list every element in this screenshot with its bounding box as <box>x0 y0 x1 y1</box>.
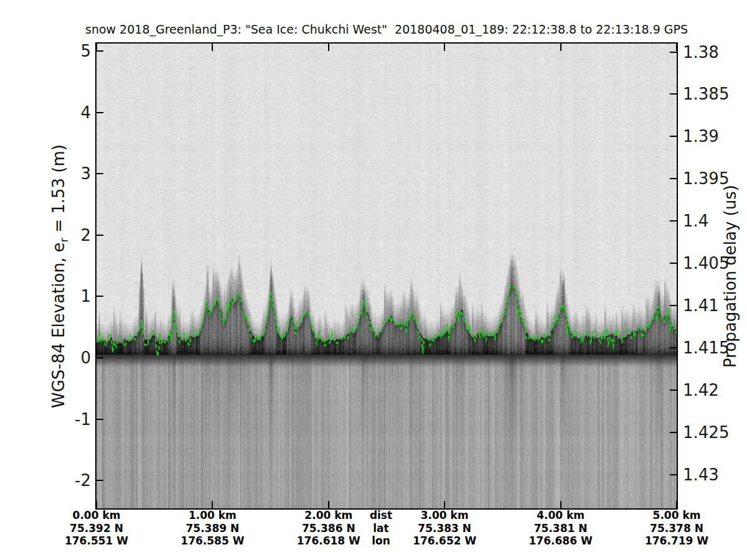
y-right-tick-label: 1.405 <box>683 254 729 273</box>
y-right-tick-mark <box>670 474 677 475</box>
x-top-tick-mark <box>676 44 677 51</box>
x-axis-lat-value: 75.389 N <box>181 522 244 535</box>
y-right-tick-label: 1.39 <box>683 127 719 146</box>
x-axis-lon-value: 176.686 W <box>529 534 593 548</box>
x-top-tick-mark <box>444 44 445 51</box>
y-right-tick-label: 1.38 <box>683 43 719 62</box>
y-left-tick-mark <box>96 419 103 420</box>
x-top-tick-mark <box>212 44 213 51</box>
y-right-tick-mark <box>670 263 677 264</box>
x-axis-lat-value: 75.383 N <box>413 522 476 535</box>
x-axis-dist-value: 1.00 km <box>181 509 244 522</box>
x-axis-row-name: dist <box>370 509 392 522</box>
x-axis-dist-value: 0.00 km <box>65 509 128 522</box>
x-axis-column: 5.00 km75.378 N176.719 W <box>645 509 708 548</box>
y-left-tick-label: -2 <box>37 471 91 490</box>
y-left-tick-mark <box>96 296 103 297</box>
x-axis-lon-value: 176.719 W <box>645 534 708 548</box>
y-right-tick-mark <box>670 347 677 348</box>
y-axis-label-left: WGS-84 Elevation, er = 1.53 (m) <box>49 144 70 408</box>
y-right-tick-mark <box>670 220 677 222</box>
y-left-tick-label: 2 <box>37 226 91 245</box>
y-left-tick-label: 4 <box>37 103 91 122</box>
y-right-tick-label: 1.43 <box>683 465 719 484</box>
y-left-label-suffix: = 1.53 (m) <box>49 144 68 238</box>
y-right-tick-label: 1.415 <box>683 338 729 357</box>
x-bottom-tick-mark <box>676 501 677 508</box>
x-top-tick-mark <box>96 44 97 51</box>
y-left-label-prefix: WGS-84 Elevation, e <box>49 243 68 408</box>
y-right-tick-label: 1.4 <box>683 212 708 230</box>
x-top-tick-mark <box>328 44 329 51</box>
x-axis-lon-value: 176.618 W <box>297 534 360 548</box>
x-axis-lat-value: 75.386 N <box>297 522 360 535</box>
y-right-tick-mark <box>670 52 677 53</box>
y-right-tick-label: 1.385 <box>683 85 729 103</box>
x-axis-row-name: lon <box>370 534 392 548</box>
y-left-tick-mark <box>96 235 103 236</box>
y-left-tick-label: -1 <box>37 410 91 429</box>
x-axis-column: 2.00 km75.386 N176.618 W <box>297 509 360 548</box>
x-bottom-tick-mark <box>212 501 213 508</box>
echogram-figure: snow 2018_Greenland_P3: "Sea Ice: Chukch… <box>0 0 747 560</box>
y-right-tick-mark <box>670 136 677 137</box>
y-right-tick-label: 1.395 <box>683 169 729 188</box>
x-bottom-tick-mark <box>328 501 329 508</box>
x-axis-lon-value: 176.652 W <box>413 534 476 548</box>
x-axis-column: 0.00 km75.392 N176.551 W <box>65 509 128 548</box>
figure-title: snow 2018_Greenland_P3: "Sea Ice: Chukch… <box>85 22 688 36</box>
y-left-tick-mark <box>96 112 103 113</box>
y-right-tick-label: 1.42 <box>683 381 719 399</box>
y-right-tick-mark <box>670 432 677 433</box>
y-right-tick-mark <box>670 390 677 391</box>
x-bottom-tick-mark <box>560 501 561 508</box>
y-left-tick-label: 0 <box>37 348 91 367</box>
x-axis-lat-value: 75.392 N <box>65 522 128 535</box>
x-axis-column: 4.00 km75.381 N176.686 W <box>529 509 593 548</box>
y-right-tick-mark <box>670 93 677 95</box>
x-top-tick-mark <box>560 44 561 51</box>
x-axis-dist-value: 3.00 km <box>413 509 476 522</box>
echogram-canvas <box>96 44 677 508</box>
y-left-tick-label: 3 <box>37 164 91 183</box>
y-right-tick-mark <box>670 305 677 306</box>
x-axis-lat-value: 75.378 N <box>645 522 708 535</box>
x-axis-lon-value: 176.551 W <box>65 534 128 548</box>
x-axis-column: 3.00 km75.383 N176.652 W <box>413 509 476 548</box>
x-axis-lat-value: 75.381 N <box>529 522 593 535</box>
y-left-tick-mark <box>96 50 103 52</box>
y-left-tick-mark <box>96 357 103 358</box>
x-axis-dist-value: 5.00 km <box>645 509 708 522</box>
plot-area <box>95 42 678 510</box>
x-bottom-tick-mark <box>96 501 97 508</box>
x-axis-row-name: lat <box>370 522 392 535</box>
x-axis-dist-value: 4.00 km <box>529 509 593 522</box>
y-left-tick-mark <box>96 480 103 481</box>
y-left-tick-label: 5 <box>37 42 91 60</box>
y-right-tick-label: 1.425 <box>683 423 729 442</box>
x-axis-lon-value: 176.585 W <box>181 534 244 548</box>
y-right-tick-mark <box>670 178 677 179</box>
y-right-tick-label: 1.41 <box>683 296 719 315</box>
x-axis-column: 1.00 km75.389 N176.585 W <box>181 509 244 548</box>
y-left-tick-label: 1 <box>37 287 91 306</box>
x-axis-dist-value: 2.00 km <box>297 509 360 522</box>
x-bottom-tick-mark <box>444 501 445 508</box>
x-axis-row-names: distlatlon <box>370 509 392 548</box>
y-left-tick-mark <box>96 173 103 174</box>
